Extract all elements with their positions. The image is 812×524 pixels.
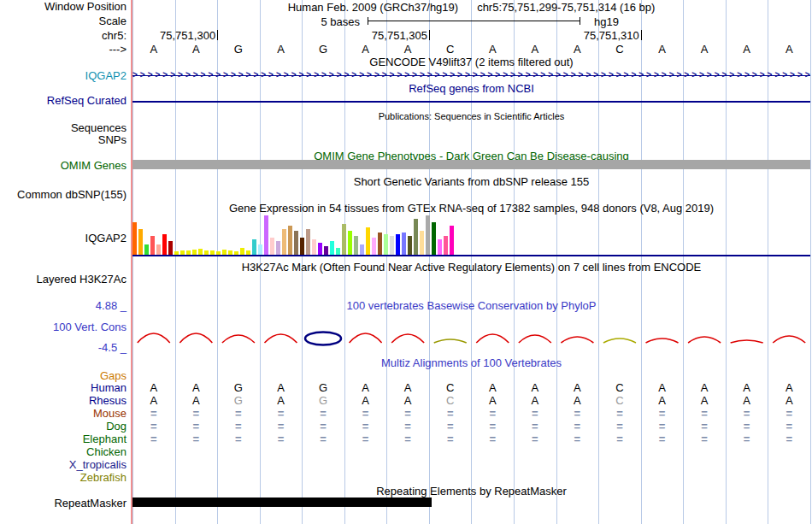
track-label-omim[interactable]: OMIM Genes [0, 160, 127, 172]
align-mouse-unalignable-16: = [768, 408, 810, 420]
align-elephant-unalignable-5: = [302, 433, 344, 445]
phylop-arc-2 [179, 333, 212, 343]
species-label-gaps[interactable]: Gaps [0, 370, 127, 382]
phylop-conservation-plot[interactable] [132, 309, 810, 350]
species-label-mouse[interactable]: Mouse [0, 408, 127, 420]
track-label-conservation[interactable]: 100 Vert. Cons [0, 321, 127, 333]
track-label-refseq[interactable]: RefSeq Curated [0, 95, 127, 107]
track-label-gencode-iqgap2[interactable]: IQGAP2 [0, 70, 127, 82]
gtex-expression-barchart[interactable] [132, 215, 810, 255]
align-rhesus-base-16: A [768, 395, 810, 407]
align-dog-unalignable-16: = [768, 421, 810, 433]
reference-base-4: A [260, 44, 303, 56]
gtex-bar-46 [402, 233, 406, 255]
gtex-bar-38 [354, 236, 358, 255]
align-elephant-unalignable-14: = [683, 433, 726, 445]
gtex-bar-12 [198, 249, 203, 255]
multiz-track-title[interactable]: Multiz Alignments of 100 Vertebrates [132, 357, 810, 369]
gtex-bar-29 [300, 238, 304, 255]
phylop-arc-7 [391, 334, 424, 343]
publications-track-title[interactable]: Publications: Sequences in Scientific Ar… [132, 110, 810, 122]
reference-base-7: A [386, 44, 429, 56]
reference-base-15: A [726, 44, 768, 56]
align-human-base-16: A [768, 382, 810, 394]
align-dog-unalignable-2: = [175, 421, 218, 433]
reference-base-3: G [217, 44, 260, 56]
omim-gene-bar[interactable] [132, 160, 810, 169]
align-dog-unalignable-12: = [598, 421, 641, 433]
reference-base-11: A [556, 44, 599, 56]
species-label-x_tropicalis[interactable]: X_tropicalis [0, 459, 127, 471]
species-label-dog[interactable]: Dog [0, 421, 127, 433]
align-dog-unalignable-7: = [386, 421, 429, 433]
align-human-base-7: A [386, 382, 429, 394]
align-human-base-8: C [429, 382, 472, 394]
gtex-bar-53 [444, 236, 448, 255]
gtex-bar-3 [144, 244, 149, 255]
reference-base-6: A [344, 44, 387, 56]
species-label-zebrafish[interactable]: Zebrafish [0, 472, 127, 484]
track-label-snps[interactable]: SNPs [0, 134, 127, 146]
gtex-bar-36 [342, 224, 346, 255]
track-label-h3k27ac[interactable]: Layered H3K27Ac [0, 274, 127, 286]
align-human-base-15: A [726, 382, 768, 394]
phylop-arc-13 [646, 339, 679, 343]
align-human-base-4: A [260, 382, 303, 394]
species-label-rhesus[interactable]: Rhesus [0, 395, 127, 407]
gtex-track-title[interactable]: Gene Expression in 54 tissues from GTEx … [132, 203, 810, 215]
align-mouse-unalignable-14: = [683, 408, 726, 420]
ruler-tick-3 [641, 30, 642, 40]
align-mouse-unalignable-9: = [472, 408, 515, 420]
align-human-base-3: G [217, 382, 260, 394]
align-mouse-unalignable-6: = [344, 408, 387, 420]
h3k27ac-track-title[interactable]: H3K27Ac Mark (Often Found Near Active Re… [132, 262, 810, 274]
refseq-gene-line[interactable] [132, 101, 810, 103]
direction-arrows[interactable]: >>>>>>>>>>>>>>>>>>>>>>>>>>>>>>>>>>>>>>>>… [132, 70, 810, 80]
phylop-arc-12 [603, 339, 636, 343]
repeatmasker-element-bar[interactable] [132, 498, 432, 507]
track-label-dbsnp[interactable]: Common dbSNP(155) [0, 189, 127, 201]
gencode-track-title[interactable]: GENCODE V49lift37 (2 items filtered out) [132, 56, 810, 68]
gtex-bar-34 [330, 241, 334, 255]
align-mouse-unalignable-7: = [386, 408, 429, 420]
refseq-track-title[interactable]: RefSeq genes from NCBI [132, 83, 810, 95]
reference-base-9: A [472, 44, 515, 56]
gtex-bar-2 [138, 229, 143, 255]
align-rhesus-base-12: C [598, 395, 641, 407]
reference-base-1: A [132, 44, 175, 56]
gtex-bar-26 [282, 229, 286, 255]
gtex-bar-32 [318, 243, 322, 255]
track-label-gtex-iqgap2[interactable]: IQGAP2 [0, 233, 127, 244]
phylop-arc-1 [138, 333, 170, 343]
phylop-arc-15 [731, 340, 763, 343]
align-rhesus-base-4: A [260, 395, 303, 407]
align-mouse-unalignable-15: = [726, 408, 768, 420]
gtex-bar-51 [432, 222, 436, 255]
species-label-elephant[interactable]: Elephant [0, 433, 127, 445]
gtex-bar-33 [324, 246, 328, 255]
gtex-bar-37 [348, 231, 352, 255]
assembly-title: Human Feb. 2009 (GRCh37/hg19) [288, 1, 458, 14]
align-dog-unalignable-10: = [514, 421, 556, 433]
gtex-bar-27 [288, 226, 292, 255]
align-elephant-unalignable-13: = [641, 433, 684, 445]
species-label-human[interactable]: Human [0, 382, 127, 394]
reference-base-14: A [683, 44, 726, 56]
track-label-repeatmasker[interactable]: RepeatMasker [0, 498, 127, 509]
reference-base-8: C [429, 44, 472, 56]
ruler-tick-1 [217, 30, 218, 40]
align-mouse-unalignable-8: = [429, 408, 472, 420]
gtex-bar-40 [366, 227, 370, 255]
align-human-base-12: C [598, 382, 641, 394]
window-position-label: Window Position [0, 1, 127, 13]
phylop-arc-6 [350, 333, 382, 343]
repeatmasker-track-title[interactable]: Repeating Elements by RepeatMasker [132, 486, 810, 498]
phylop-arc-3 [222, 335, 255, 343]
gtex-bar-47 [408, 236, 412, 255]
species-label-chicken[interactable]: Chicken [0, 446, 127, 458]
phylop-arc-4 [264, 334, 297, 343]
dbsnp-track-title[interactable]: Short Genetic Variants from dbSNP releas… [132, 176, 810, 188]
track-label-sequences[interactable]: Sequences [0, 122, 127, 134]
align-elephant-unalignable-7: = [386, 433, 429, 445]
align-rhesus-base-13: A [641, 395, 684, 407]
